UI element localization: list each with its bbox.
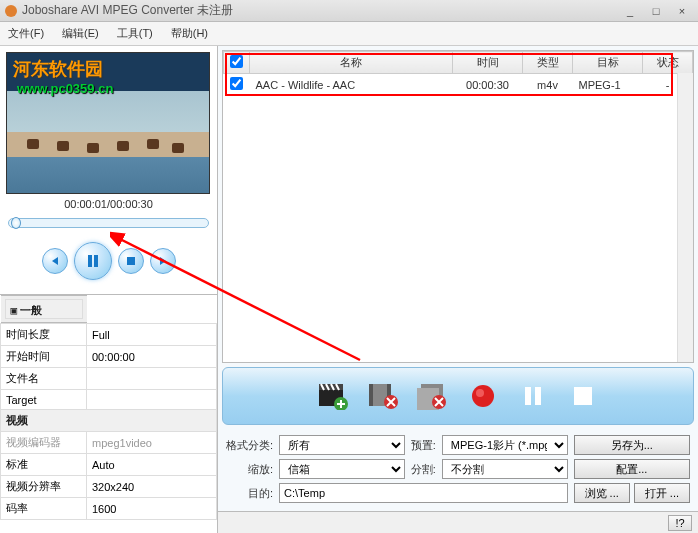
- col-status[interactable]: 状态: [643, 52, 693, 74]
- svg-rect-2: [94, 255, 98, 267]
- close-button[interactable]: ×: [670, 3, 694, 19]
- col-type[interactable]: 类型: [523, 52, 573, 74]
- clear-button[interactable]: [416, 379, 450, 413]
- zoom-select[interactable]: 信箱: [279, 459, 405, 479]
- prop-vcodec-value: mpeg1video: [87, 432, 217, 454]
- pause-button[interactable]: [74, 242, 112, 280]
- prop-bitrate-label: 码率: [1, 498, 87, 520]
- prev-button[interactable]: [42, 248, 68, 274]
- svg-point-15: [476, 389, 484, 397]
- film-remove-icon: [367, 382, 399, 410]
- section-general: 一般: [20, 304, 42, 316]
- col-time[interactable]: 时间: [453, 52, 523, 74]
- minimize-button[interactable]: _: [618, 3, 642, 19]
- prop-standard-label: 标准: [1, 454, 87, 476]
- menu-help[interactable]: 帮助(H): [171, 26, 208, 41]
- pause-encode-button[interactable]: [516, 379, 550, 413]
- col-name[interactable]: 名称: [250, 52, 453, 74]
- prop-filename-label: 文件名: [1, 368, 87, 390]
- prop-bitrate-value[interactable]: 1600: [87, 498, 217, 520]
- film-clear-icon: [417, 382, 449, 410]
- svg-rect-16: [525, 387, 531, 405]
- timecode-display: 00:00:01/00:00:30: [0, 194, 217, 214]
- browse-button[interactable]: 浏览 ...: [574, 483, 630, 503]
- saveas-button[interactable]: 另存为...: [574, 435, 690, 455]
- split-select[interactable]: 不分割: [442, 459, 568, 479]
- config-button[interactable]: 配置...: [574, 459, 690, 479]
- menu-file[interactable]: 文件(F): [8, 26, 44, 41]
- menu-edit[interactable]: 编辑(E): [62, 26, 99, 41]
- prop-filename-value[interactable]: [87, 368, 217, 390]
- svg-rect-3: [127, 257, 135, 265]
- add-file-button[interactable]: [316, 379, 350, 413]
- preset-select[interactable]: MPEG-1影片 (*.mpg): [442, 435, 568, 455]
- format-select[interactable]: 所有: [279, 435, 405, 455]
- scrollbar[interactable]: [677, 73, 693, 362]
- help-button[interactable]: !?: [668, 515, 692, 531]
- split-label: 分割:: [411, 462, 436, 477]
- record-icon: [470, 383, 496, 409]
- zoom-label: 缩放:: [226, 462, 273, 477]
- svg-point-0: [5, 5, 17, 17]
- select-all-checkbox[interactable]: [230, 55, 243, 68]
- maximize-button[interactable]: □: [644, 3, 668, 19]
- svg-rect-17: [535, 387, 541, 405]
- pause-encode-icon: [522, 385, 544, 407]
- next-button[interactable]: [150, 248, 176, 274]
- prop-target-value[interactable]: [87, 390, 217, 410]
- stop-icon: [126, 256, 136, 266]
- next-icon: [157, 255, 169, 267]
- cell-target: MPEG-1: [573, 74, 643, 96]
- section-video: 视频: [1, 410, 217, 432]
- cell-name: AAC - Wildlife - AAC: [250, 74, 453, 96]
- prop-vcodec-label: 视频编码器: [1, 432, 87, 454]
- svg-rect-8: [369, 384, 373, 406]
- col-target[interactable]: 目标: [573, 52, 643, 74]
- prop-duration-value[interactable]: Full: [87, 324, 217, 346]
- watermark-site-name: 河东软件园: [13, 57, 103, 81]
- stop-encode-button[interactable]: [566, 379, 600, 413]
- pause-icon: [85, 253, 101, 269]
- format-label: 格式分类:: [226, 438, 273, 453]
- svg-rect-1: [88, 255, 92, 267]
- svg-point-14: [472, 385, 494, 407]
- window-title: Joboshare AVI MPEG Converter 未注册: [22, 2, 618, 19]
- prop-start-label: 开始时间: [1, 346, 87, 368]
- prop-standard-value[interactable]: Auto: [87, 454, 217, 476]
- remove-file-button[interactable]: [366, 379, 400, 413]
- open-button[interactable]: 打开 ...: [634, 483, 690, 503]
- cell-time: 00:00:30: [453, 74, 523, 96]
- clapper-add-icon: [317, 382, 349, 410]
- dest-label: 目的:: [226, 486, 273, 501]
- watermark-url: www.pc0359.cn: [17, 81, 113, 96]
- svg-rect-18: [574, 387, 592, 405]
- prop-target-label: Target: [1, 390, 87, 410]
- stop-button[interactable]: [118, 248, 144, 274]
- prop-res-value[interactable]: 320x240: [87, 476, 217, 498]
- stop-encode-icon: [573, 386, 593, 406]
- record-button[interactable]: [466, 379, 500, 413]
- preset-label: 预置:: [411, 438, 436, 453]
- table-row[interactable]: AAC - Wildlife - AAC 00:00:30 m4v MPEG-1…: [224, 74, 693, 96]
- prop-start-value[interactable]: 00:00:00: [87, 346, 217, 368]
- dest-input[interactable]: [279, 483, 567, 503]
- prop-duration-label: 时间长度: [1, 324, 87, 346]
- app-icon: [4, 4, 18, 18]
- video-preview: 河东软件园 www.pc0359.cn: [6, 52, 210, 194]
- seek-slider[interactable]: [8, 218, 209, 228]
- menu-tools[interactable]: 工具(T): [117, 26, 153, 41]
- prev-icon: [49, 255, 61, 267]
- cell-type: m4v: [523, 74, 573, 96]
- prop-res-label: 视频分辨率: [1, 476, 87, 498]
- file-list[interactable]: 名称 时间 类型 目标 状态 AAC - Wildlife - AAC 00:0…: [222, 50, 694, 363]
- row-checkbox[interactable]: [230, 77, 243, 90]
